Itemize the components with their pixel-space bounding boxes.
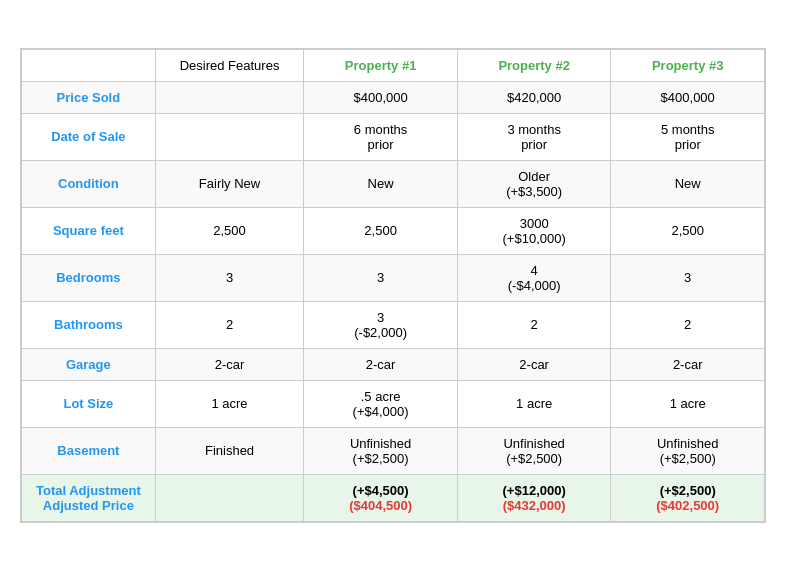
- row-prop1: Unfinished(+$2,500): [304, 427, 458, 474]
- row-prop2: 2-car: [457, 348, 611, 380]
- table-row: BasementFinishedUnfinished(+$2,500)Unfin…: [22, 427, 765, 474]
- row-prop3: 5 monthsprior: [611, 113, 765, 160]
- row-prop2: 3 monthsprior: [457, 113, 611, 160]
- row-prop3: 3: [611, 254, 765, 301]
- row-desired: 1 acre: [155, 380, 304, 427]
- row-prop2: Older(+$3,500): [457, 160, 611, 207]
- row-prop3: New: [611, 160, 765, 207]
- row-desired: 3: [155, 254, 304, 301]
- row-label: Date of Sale: [22, 113, 156, 160]
- total-prop2: (+$12,000)($432,000): [457, 474, 611, 521]
- row-prop1: New: [304, 160, 458, 207]
- table-row: Garage2-car2-car2-car2-car: [22, 348, 765, 380]
- table-row: Lot Size1 acre.5 acre(+$4,000)1 acre1 ac…: [22, 380, 765, 427]
- row-prop1: .5 acre(+$4,000): [304, 380, 458, 427]
- row-label: Lot Size: [22, 380, 156, 427]
- row-prop2: 1 acre: [457, 380, 611, 427]
- total-prop3: (+$2,500)($402,500): [611, 474, 765, 521]
- row-label: Bedrooms: [22, 254, 156, 301]
- row-label: Bathrooms: [22, 301, 156, 348]
- total-row: Total AdjustmentAdjusted Price(+$4,500)(…: [22, 474, 765, 521]
- row-prop1: 3: [304, 254, 458, 301]
- row-prop3: 1 acre: [611, 380, 765, 427]
- table-row: Bathrooms23(-$2,000)22: [22, 301, 765, 348]
- row-label: Square feet: [22, 207, 156, 254]
- table-row: Square feet2,5002,5003000(+$10,000)2,500: [22, 207, 765, 254]
- row-prop1: 3(-$2,000): [304, 301, 458, 348]
- row-prop3: 2-car: [611, 348, 765, 380]
- row-prop1: 2,500: [304, 207, 458, 254]
- row-desired: [155, 81, 304, 113]
- total-desired: [155, 474, 304, 521]
- row-prop2: 4(-$4,000): [457, 254, 611, 301]
- row-prop3: 2: [611, 301, 765, 348]
- row-desired: 2-car: [155, 348, 304, 380]
- table-row: Price Sold$400,000$420,000$400,000: [22, 81, 765, 113]
- header-feature: [22, 49, 156, 81]
- row-prop2: 2: [457, 301, 611, 348]
- row-desired: Fairly New: [155, 160, 304, 207]
- row-prop3: Unfinished(+$2,500): [611, 427, 765, 474]
- row-desired: [155, 113, 304, 160]
- row-prop2: Unfinished(+$2,500): [457, 427, 611, 474]
- header-prop1: Property #1: [304, 49, 458, 81]
- table-row: Bedrooms334(-$4,000)3: [22, 254, 765, 301]
- row-desired: 2: [155, 301, 304, 348]
- row-prop2: 3000(+$10,000): [457, 207, 611, 254]
- row-prop2: $420,000: [457, 81, 611, 113]
- row-label: Basement: [22, 427, 156, 474]
- row-prop3: $400,000: [611, 81, 765, 113]
- comparison-table: Desired Features Property #1 Property #2…: [20, 48, 766, 523]
- row-prop1: 6 monthsprior: [304, 113, 458, 160]
- table-row: ConditionFairly NewNewOlder(+$3,500)New: [22, 160, 765, 207]
- header-prop3: Property #3: [611, 49, 765, 81]
- row-label: Garage: [22, 348, 156, 380]
- header-prop2: Property #2: [457, 49, 611, 81]
- table-row: Date of Sale6 monthsprior3 monthsprior5 …: [22, 113, 765, 160]
- header-desired: Desired Features: [155, 49, 304, 81]
- row-label: Price Sold: [22, 81, 156, 113]
- total-label: Total AdjustmentAdjusted Price: [22, 474, 156, 521]
- row-prop3: 2,500: [611, 207, 765, 254]
- row-prop1: $400,000: [304, 81, 458, 113]
- row-desired: 2,500: [155, 207, 304, 254]
- total-prop1: (+$4,500)($404,500): [304, 474, 458, 521]
- row-prop1: 2-car: [304, 348, 458, 380]
- row-label: Condition: [22, 160, 156, 207]
- row-desired: Finished: [155, 427, 304, 474]
